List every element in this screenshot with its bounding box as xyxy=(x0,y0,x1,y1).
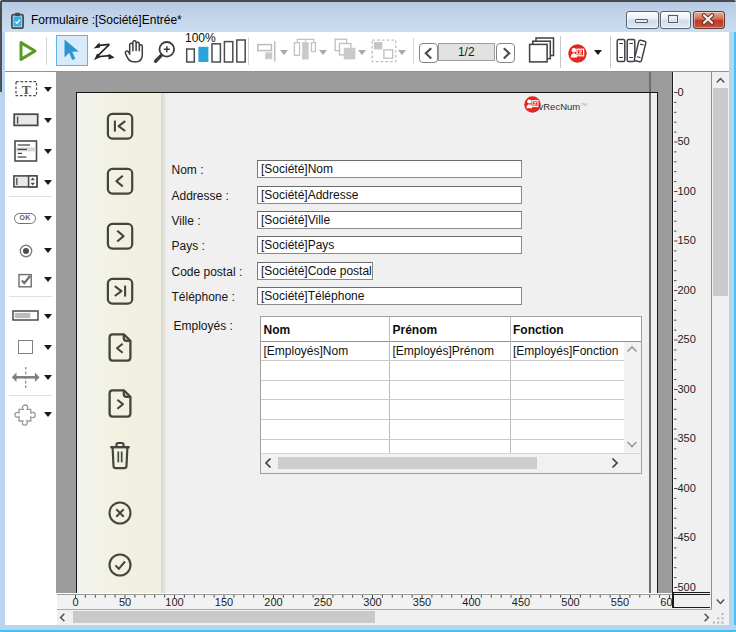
svg-text:T: T xyxy=(22,82,31,97)
